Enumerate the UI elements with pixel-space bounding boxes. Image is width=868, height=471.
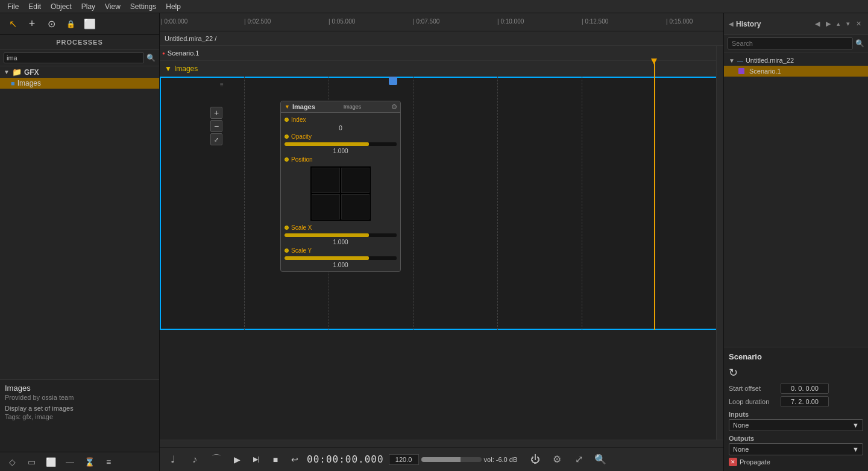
index-port[interactable]: [285, 118, 289, 122]
inputs-dropdown-value: None: [733, 422, 749, 429]
zoom-out-btn[interactable]: −: [210, 120, 222, 132]
mixer-btn[interactable]: ⚙: [549, 451, 565, 468]
lock-btn[interactable]: 🔒: [63, 16, 78, 32]
add-btn[interactable]: +: [24, 16, 40, 32]
start-offset-value[interactable]: 0. 0. 0.00: [781, 383, 829, 394]
tree-label-gfx: GFX: [24, 68, 39, 77]
vertical-scrollbar[interactable]: [716, 46, 723, 440]
node-scalex-bar-row: [281, 232, 400, 238]
node-scaley-bar-row: [281, 255, 400, 261]
loop-icon: ↻: [729, 366, 863, 379]
history-back-icon[interactable]: ◀: [729, 21, 734, 27]
outputs-label: Outputs: [729, 435, 863, 442]
scalex-port[interactable]: [285, 226, 289, 230]
history-item-file[interactable]: ▼ — Untitled.mira_22: [724, 55, 868, 66]
menu-play[interactable]: Play: [77, 1, 100, 12]
info-panel: Images Provided by ossia team Display a …: [0, 379, 159, 452]
bt-icon-rect[interactable]: ▭: [24, 455, 39, 469]
node-row-position: Position: [281, 155, 400, 164]
grid-cell-3: [312, 194, 340, 220]
history-close[interactable]: ✕: [854, 19, 863, 29]
tree-item-images[interactable]: ■ Images: [0, 78, 159, 89]
menu-object[interactable]: Object: [46, 1, 77, 12]
layout-btn[interactable]: ⬜: [82, 16, 98, 32]
power-btn[interactable]: ⏻: [527, 451, 544, 468]
info-name: Images: [5, 384, 154, 393]
fit-btn[interactable]: ⤢: [210, 133, 222, 145]
zoom-in-btn[interactable]: +: [210, 107, 222, 119]
propagate-checkbox[interactable]: ✕: [729, 458, 737, 466]
menu-settings[interactable]: Settings: [125, 1, 161, 12]
node-row-scaley: Scale Y: [281, 246, 400, 255]
curve-btn[interactable]: ⌒: [208, 451, 225, 468]
opacity-port[interactable]: [285, 134, 289, 139]
scaley-bar-fill: [285, 256, 369, 260]
timeline-track-area[interactable]: ● Scenario.1 ▼ Images: [160, 46, 723, 440]
node-out-port-label: Images: [344, 104, 362, 110]
history-header: ◀ History ◀ ▶ ▴ ▾ ✕: [724, 13, 868, 35]
scenario-info-title: Scenario: [729, 352, 863, 361]
outputs-dropdown[interactable]: None ▼: [729, 443, 863, 455]
scaley-bar-bg: [285, 256, 397, 260]
menu-edit[interactable]: Edit: [24, 1, 46, 12]
main-area: ↖ + ⊙ 🔒 ⬜ PROCESSES 🔍 ▼ 📁 GFX ■ Images I…: [0, 13, 868, 471]
play-btn[interactable]: ▶: [230, 452, 244, 467]
horizontal-scrollbar[interactable]: [160, 440, 723, 447]
search-icon[interactable]: 🔍: [146, 54, 156, 62]
tree-label-images: Images: [17, 79, 41, 87]
images-track-body[interactable]: + − ⤢ ≡ ▼ Images Images: [160, 77, 723, 330]
scalex-label: Scale X: [291, 224, 312, 231]
scenario-label: Scenario.1: [168, 49, 200, 57]
bt-icon-minus[interactable]: —: [63, 455, 77, 469]
speed-input[interactable]: [389, 454, 419, 465]
scaley-port[interactable]: [285, 248, 289, 253]
node-output-port[interactable]: [392, 104, 397, 109]
outputs-dropdown-arrow: ▼: [852, 446, 859, 453]
opacity-label: Opacity: [291, 133, 312, 140]
grid-cell-2: [341, 168, 370, 193]
loop-duration-value[interactable]: 7. 2. 0.00: [781, 396, 829, 407]
search-transport-btn[interactable]: 🔍: [592, 451, 609, 468]
position-grid: [310, 166, 371, 221]
bt-icon-square[interactable]: ⬜: [43, 455, 58, 469]
bt-icon-clock[interactable]: ⌛: [82, 455, 96, 469]
history-nav-up[interactable]: ▴: [835, 19, 842, 29]
fullscreen-btn[interactable]: ⤢: [570, 451, 587, 468]
start-offset-label: Start offset: [729, 385, 777, 392]
rewind-btn[interactable]: ↩: [288, 452, 302, 467]
history-nav-down[interactable]: ▾: [844, 19, 852, 29]
bt-icon-diamond[interactable]: ◇: [5, 455, 19, 469]
select-tool-btn[interactable]: ↖: [5, 16, 20, 32]
node-header: ▼ Images Images: [281, 101, 400, 113]
menu-file[interactable]: File: [2, 1, 24, 12]
dashed-line-1: [244, 77, 245, 330]
images-track-header[interactable]: ▼ Images: [160, 61, 723, 77]
position-port[interactable]: [285, 157, 289, 162]
history-search-input[interactable]: [728, 37, 853, 49]
menu-help[interactable]: Help: [161, 1, 186, 12]
midi-btn[interactable]: ♩: [165, 451, 181, 468]
process-tree: ▼ 📁 GFX ■ Images: [0, 66, 159, 379]
right-panel: ◀ History ◀ ▶ ▴ ▾ ✕ 🔍 ▼ — Untitled.mira_…: [723, 13, 868, 471]
node-title: Images: [292, 103, 315, 110]
scalex-bar-bg: [285, 233, 397, 237]
history-nav-left[interactable]: ◀: [813, 19, 822, 29]
process-search-input[interactable]: [4, 52, 144, 63]
bt-icon-menu[interactable]: ≡: [101, 455, 116, 469]
history-item-scenario[interactable]: Scenario.1: [724, 66, 868, 77]
loop-btn[interactable]: ♪: [186, 451, 203, 468]
stop-btn[interactable]: ■: [268, 452, 283, 467]
process-tool-btn[interactable]: ⊙: [43, 16, 59, 32]
node-body: Index 0 Opacity: [281, 113, 400, 271]
node-opacity-bar-row: [281, 141, 400, 147]
history-search-icon[interactable]: 🔍: [855, 39, 864, 48]
play-advance-btn[interactable]: ▶|: [249, 452, 263, 467]
volume-bar[interactable]: [421, 457, 482, 462]
inputs-dropdown[interactable]: None ▼: [729, 419, 863, 431]
menu-view[interactable]: View: [100, 1, 125, 12]
search-box: 🔍: [0, 50, 159, 66]
left-panel: ↖ + ⊙ 🔒 ⬜ PROCESSES 🔍 ▼ 📁 GFX ■ Images I…: [0, 13, 160, 471]
node-box[interactable]: ▼ Images Images Index 0: [280, 101, 401, 272]
history-nav-right[interactable]: ▶: [824, 19, 832, 29]
tree-item-gfx[interactable]: ▼ 📁 GFX: [0, 66, 159, 78]
